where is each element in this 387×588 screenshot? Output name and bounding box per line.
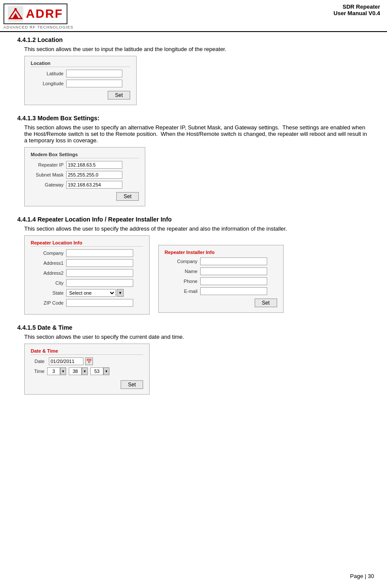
second-dropdown-btn[interactable]: ▼ — [103, 367, 109, 375]
date-label: Date — [31, 359, 47, 364]
gateway-label: Gateway — [31, 182, 66, 187]
date-row: Date 📅 — [31, 357, 143, 365]
inst-name-row: Name — [165, 267, 277, 275]
modem-set-button[interactable]: Set — [116, 192, 139, 201]
loc-address2-label: Address2 — [31, 270, 66, 276]
location-panel-title: Location — [31, 61, 130, 67]
logo-subtitle: ADVANCED RF TECHNOLOGIES — [3, 25, 74, 29]
inst-phone-label: Phone — [165, 279, 200, 284]
repeater-location-panel-title: Repeater Location Info — [31, 240, 143, 247]
section-location-desc: This section allows the user to input th… — [24, 46, 370, 52]
time-inputs: ▼ ▼ ▼ — [47, 367, 109, 375]
inst-company-label: Company — [165, 259, 200, 264]
longitude-label: Longitude — [31, 81, 66, 86]
loc-address1-label: Address1 — [31, 260, 66, 266]
section-datetime: 4.4.1.5 Date & Time This section allows … — [17, 324, 370, 395]
inst-phone-row: Phone — [165, 277, 277, 285]
logo-box: ADRF — [3, 3, 67, 24]
loc-zip-label: ZIP Code — [31, 300, 66, 305]
section-modem: 4.4.1.3 Modem Box Settings: This section… — [17, 115, 370, 206]
calendar-icon[interactable]: 📅 — [85, 357, 93, 365]
logo-area: ADRF ADVANCED RF TECHNOLOGIES — [3, 3, 74, 29]
header-title-line2: User Manual V0.4 — [333, 10, 380, 16]
state-select[interactable]: Select one ALAKAZCA COFLGANY TX — [66, 289, 116, 297]
latitude-row: Latitude — [31, 70, 130, 77]
loc-city-input[interactable] — [66, 279, 133, 287]
header-title: SDR Repeater User Manual V0.4 — [333, 3, 380, 16]
subnet-mask-row: Subnet Mask — [31, 171, 139, 179]
modem-panel-title: Modem Box Settings — [31, 152, 139, 158]
main-content: 4.4.1.2 Location This section allows the… — [0, 36, 387, 421]
datetime-set-button[interactable]: Set — [121, 380, 143, 389]
adrf-logo-icon — [8, 6, 23, 22]
time-row: Time ▼ ▼ ▼ — [31, 367, 143, 375]
second-wrapper: ▼ — [90, 367, 109, 375]
section-modem-heading: 4.4.1.3 Modem Box Settings: — [17, 115, 370, 122]
page-footer: Page | 30 — [350, 573, 374, 579]
repeater-ip-row: Repeater IP — [31, 161, 139, 169]
loc-zip-input[interactable] — [66, 299, 133, 307]
loc-company-row: Company — [31, 249, 143, 257]
loc-state-label: State — [31, 290, 66, 296]
modem-panel: Modem Box Settings Repeater IP Subnet Ma… — [24, 147, 145, 206]
repeater-ip-input[interactable] — [66, 161, 122, 169]
loc-state-row: State Select one ALAKAZCA COFLGANY TX ▼ — [31, 289, 143, 297]
inst-company-row: Company — [165, 257, 277, 265]
longitude-input[interactable] — [66, 80, 122, 87]
subnet-mask-input[interactable] — [66, 171, 122, 179]
loc-address1-input[interactable] — [66, 259, 133, 267]
second-input[interactable] — [90, 367, 103, 375]
repeater-ip-label: Repeater IP — [31, 162, 66, 167]
gateway-input[interactable] — [66, 181, 122, 189]
hour-input[interactable] — [47, 367, 60, 375]
hour-dropdown-btn[interactable]: ▼ — [60, 367, 66, 375]
loc-city-label: City — [31, 280, 66, 286]
loc-city-row: City — [31, 279, 143, 287]
time-label: Time — [31, 369, 47, 374]
loc-company-input[interactable] — [66, 249, 133, 257]
section-modem-desc: This section allows the user to specify … — [24, 124, 370, 144]
logo-text: ADRF — [26, 7, 63, 21]
inst-email-row: E-mail — [165, 287, 277, 295]
repeater-location-panel: Repeater Location Info Company Address1 … — [24, 235, 150, 315]
location-set-button[interactable]: Set — [108, 91, 130, 100]
inst-name-label: Name — [165, 269, 200, 274]
installer-panel-title: Repeater Installer Info — [165, 250, 277, 255]
repeater-location-set-button[interactable]: Set — [255, 299, 277, 307]
section-repeater-location-heading: 4.4.1.4 Repeater Location Info / Repeate… — [17, 216, 370, 223]
latitude-input[interactable] — [66, 70, 122, 77]
section-location: 4.4.1.2 Location This section allows the… — [17, 36, 370, 105]
section-repeater-location: 4.4.1.4 Repeater Location Info / Repeate… — [17, 216, 370, 315]
datetime-panel-title: Date & Time — [31, 348, 143, 355]
datetime-panel: Date & Time Date 📅 Time ▼ — [24, 344, 150, 395]
loc-company-label: Company — [31, 251, 66, 256]
longitude-row: Longitude — [31, 80, 130, 87]
gateway-row: Gateway — [31, 181, 139, 189]
page-number: Page | 30 — [350, 573, 374, 579]
installer-panel: Repeater Installer Info Company Name Pho… — [158, 245, 284, 313]
latitude-label: Latitude — [31, 71, 66, 76]
header-title-line1: SDR Repeater — [333, 3, 380, 10]
inst-email-input[interactable] — [200, 287, 267, 295]
svg-point-3 — [14, 8, 16, 10]
minute-wrapper: ▼ — [69, 367, 88, 375]
page-header: ADRF ADVANCED RF TECHNOLOGIES SDR Repeat… — [0, 0, 387, 32]
location-panel: Location Latitude Longitude Set — [24, 56, 137, 105]
inst-name-input[interactable] — [200, 267, 267, 275]
state-dropdown-arrow-icon[interactable]: ▼ — [117, 289, 124, 297]
state-dropdown-wrapper: Select one ALAKAZCA COFLGANY TX ▼ — [66, 289, 124, 297]
hour-wrapper: ▼ — [47, 367, 66, 375]
section-datetime-heading: 4.4.1.5 Date & Time — [17, 324, 370, 331]
section-location-heading: 4.4.1.2 Location — [17, 36, 370, 43]
date-input[interactable] — [49, 357, 83, 365]
inst-phone-input[interactable] — [200, 277, 267, 285]
minute-input[interactable] — [69, 367, 82, 375]
minute-dropdown-btn[interactable]: ▼ — [82, 367, 88, 375]
section-repeater-location-desc: This section allows the user to specify … — [24, 225, 370, 232]
loc-address1-row: Address1 — [31, 259, 143, 267]
inst-company-input[interactable] — [200, 257, 267, 265]
loc-zip-row: ZIP Code — [31, 299, 143, 307]
loc-address2-input[interactable] — [66, 269, 133, 277]
section-datetime-desc: This section allows the user to specify … — [24, 334, 370, 340]
subnet-mask-label: Subnet Mask — [31, 172, 66, 177]
